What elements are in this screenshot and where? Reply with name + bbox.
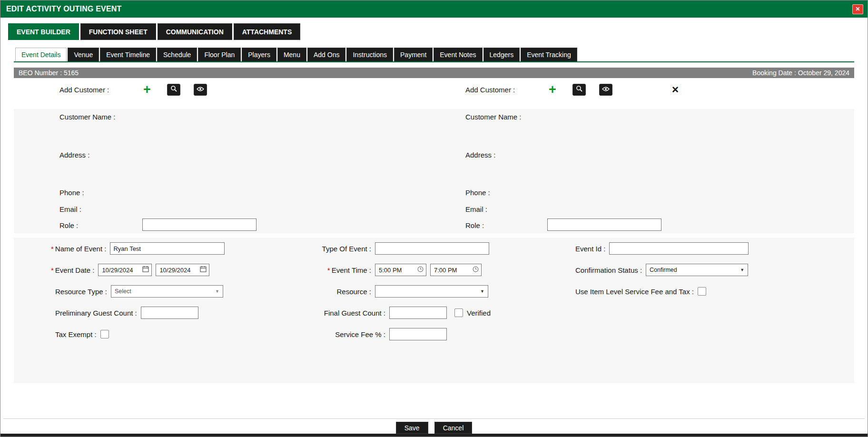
subtab-ledgers[interactable]: Ledgers (483, 48, 520, 61)
email-label-right: Email : (465, 205, 487, 213)
calendar-icon (142, 266, 149, 274)
tax-exempt-label: Tax Exempt : (55, 330, 97, 338)
event-time-end-value: 7:00 PM (434, 267, 471, 274)
address-label-right: Address : (465, 151, 495, 159)
close-glyph: ✕ (855, 6, 860, 12)
customer-name-label-left: Customer Name : (59, 113, 116, 121)
confirmation-status-select[interactable]: Confirmed ▼ (646, 264, 748, 276)
save-button[interactable]: Save (396, 422, 428, 434)
phone-label-right: Phone : (465, 189, 490, 197)
add-customer-plus-icon-left[interactable]: + (143, 83, 151, 96)
add-customer-label-left: Add Customer : (59, 86, 109, 94)
resource-select[interactable]: ▼ (375, 285, 488, 298)
required-marker: * (327, 266, 330, 274)
dialog-bottom-edge (0, 434, 868, 437)
email-label-left: Email : (59, 205, 81, 213)
eye-icon (602, 85, 610, 94)
search-icon (576, 85, 582, 94)
preliminary-guest-count-label: Preliminary Guest Count : (55, 309, 137, 317)
event-date-start-input[interactable]: 10/29/2024 (98, 264, 152, 276)
subtab-event-tracking[interactable]: Event Tracking (521, 48, 577, 61)
subtab-menu[interactable]: Menu (277, 48, 306, 61)
dialog-title: EDIT ACTIVITY OUTING EVENT (6, 5, 122, 13)
event-id-label: Event Id : (575, 245, 605, 253)
search-customer-button-right[interactable] (572, 84, 586, 96)
footer-button-row: Save Cancel (0, 422, 868, 434)
subtab-event-details[interactable]: Event Details (15, 48, 67, 61)
add-customer-label-right: Add Customer : (465, 86, 515, 94)
clock-icon (417, 266, 424, 274)
tab-attachments[interactable]: ATTACHMENTS (234, 23, 300, 40)
type-of-event-input[interactable] (375, 242, 489, 255)
final-guest-count-input[interactable] (389, 307, 447, 319)
remove-customer-icon[interactable]: ✕ (671, 85, 679, 94)
chevron-down-icon: ▼ (740, 268, 744, 272)
subtab-event-notes[interactable]: Event Notes (434, 48, 482, 61)
event-time-label: Event Time : (332, 266, 371, 274)
final-guest-count-label: Final Guest Count : (324, 309, 385, 317)
customer-name-label-right: Customer Name : (465, 113, 522, 121)
view-customer-button-left[interactable] (194, 84, 207, 96)
subtab-event-timeline[interactable]: Event Timeline (100, 48, 156, 61)
confirmation-status-value: Confirmed (650, 267, 740, 273)
calendar-icon (200, 266, 207, 274)
beo-number: BEO Number : 5165 (19, 69, 79, 77)
event-id-input[interactable] (609, 242, 749, 255)
info-bar: BEO Number : 5165 Booking Date : October… (14, 68, 854, 78)
subtab-players[interactable]: Players (242, 48, 276, 61)
footer-divider (3, 418, 865, 419)
resource-type-label: Resource Type : (55, 288, 107, 296)
type-of-event-label: Type Of Event : (322, 245, 371, 253)
resource-type-value: Select (115, 288, 215, 295)
tab-communication[interactable]: COMMUNICATION (158, 23, 232, 40)
use-item-level-label: Use Item Level Service Fee and Tax : (575, 288, 694, 296)
event-date-start-value: 10/29/2024 (102, 267, 140, 274)
required-marker: * (51, 245, 54, 253)
service-fee-label: Service Fee % : (335, 330, 385, 338)
phone-label-left: Phone : (59, 189, 84, 197)
preliminary-guest-count-input[interactable] (141, 307, 198, 319)
event-form-panel: *Name of Event : Type Of Event : Event I… (14, 238, 854, 383)
view-customer-button-right[interactable] (599, 84, 612, 96)
event-time-start-input[interactable]: 5:00 PM (375, 264, 426, 276)
customer-info-panel: Customer Name : Address : Phone : Email … (14, 109, 854, 233)
tab-function-sheet[interactable]: FUNCTION SHEET (80, 23, 156, 40)
role-input-right[interactable] (547, 218, 661, 231)
event-date-end-input[interactable]: 10/29/2024 (156, 264, 209, 276)
required-marker: * (51, 266, 54, 274)
name-of-event-label: Name of Event : (55, 245, 107, 253)
cancel-button[interactable]: Cancel (434, 422, 473, 434)
subtab-instructions[interactable]: Instructions (346, 48, 393, 61)
role-label-right: Role : (465, 221, 484, 229)
dialog-titlebar: EDIT ACTIVITY OUTING EVENT ✕ (0, 0, 868, 18)
add-customer-plus-icon-right[interactable]: + (549, 83, 556, 96)
tab-event-builder[interactable]: EVENT BUILDER (8, 23, 79, 40)
subtab-schedule[interactable]: Schedule (157, 48, 197, 61)
booking-date: Booking Date : October 29, 2024 (752, 69, 849, 77)
subtab-add-ons[interactable]: Add Ons (307, 48, 345, 61)
subtab-floor-plan[interactable]: Floor Plan (198, 48, 241, 61)
name-of-event-input[interactable] (110, 242, 225, 255)
edit-activity-outing-event-dialog: EDIT ACTIVITY OUTING EVENT ✕ EVENT BUILD… (0, 0, 868, 437)
event-time-end-input[interactable]: 7:00 PM (430, 264, 482, 276)
resource-type-select[interactable]: Select ▼ (111, 285, 223, 298)
event-time-start-value: 5:00 PM (379, 267, 415, 274)
use-item-level-checkbox[interactable] (698, 287, 706, 296)
resource-label: Resource : (336, 288, 371, 296)
role-label-left: Role : (59, 221, 78, 229)
role-input-left[interactable] (142, 218, 256, 231)
event-date-label: Event Date : (55, 266, 95, 274)
chevron-down-icon: ▼ (215, 289, 219, 294)
sub-tab-bar: Event Details Venue Event Timeline Sched… (14, 48, 854, 62)
search-customer-button-left[interactable] (167, 84, 180, 96)
subtab-venue[interactable]: Venue (68, 48, 99, 61)
confirmation-status-label: Confirmation Status : (575, 266, 642, 274)
clock-icon (473, 266, 479, 274)
tax-exempt-checkbox[interactable] (100, 330, 109, 338)
subtab-payment[interactable]: Payment (394, 48, 433, 61)
add-customer-row: Add Customer : + Add Customer : + (14, 81, 854, 98)
close-icon[interactable]: ✕ (852, 4, 863, 14)
service-fee-input[interactable] (389, 328, 447, 340)
verified-checkbox[interactable] (454, 308, 463, 317)
search-icon (170, 85, 177, 94)
